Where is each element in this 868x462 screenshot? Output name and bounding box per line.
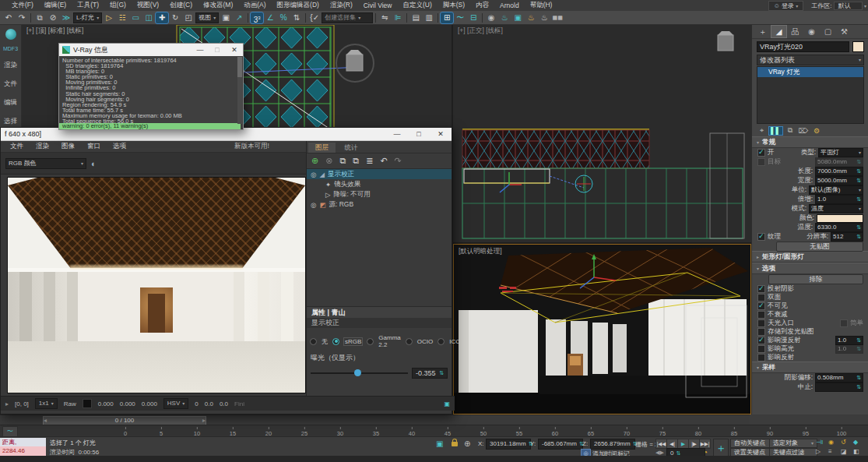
rollout-sampling[interactable]: ▾采样 [752,361,868,373]
time-slider-prev-icon[interactable]: ◂ [44,417,47,425]
shadow-bias-field[interactable]: 0.508mm⇅ [815,373,863,383]
vfb-maximize-icon[interactable]: □ [408,129,430,140]
select-object-icon[interactable]: ▷ [103,12,115,23]
menu-item[interactable]: 内容 [470,1,494,10]
percent-snap-icon[interactable]: % [277,12,290,23]
layer-source-rgb[interactable]: ◎ ◩ 源: RGB [307,199,452,210]
tab-utilities-icon[interactable]: ⚒ [837,26,852,37]
reference-coordinate-dropdown[interactable]: 视图▾ [195,12,219,23]
vfb-menu-window[interactable]: 窗口 [87,142,100,151]
menu-item[interactable]: Arnold [494,2,525,9]
dock-item-file[interactable]: 文件 [0,79,21,89]
z-coord-field[interactable]: 2656.879mm⇅ [590,439,635,450]
vray-info-log[interactable]: Number of intersectable primitives: 1819… [59,56,243,125]
vfb-tab-stats[interactable]: 统计 [338,143,365,153]
menu-item[interactable]: 渲染(R) [325,1,358,10]
mirror-icon[interactable]: ⇋ [378,12,391,23]
vray-info-close-icon[interactable]: ✕ [226,44,243,56]
scrollbar[interactable] [237,57,242,124]
menu-item[interactable]: 创建(C) [164,1,198,10]
menu-item[interactable]: 工具(T) [72,1,104,10]
rendered-image[interactable] [7,177,306,393]
cutoff-field[interactable]: ⇅ [815,383,863,392]
maximize-viewport-icon[interactable]: ◆ [853,439,858,446]
no-map-button[interactable]: 无贴图 [776,242,863,252]
vfb-menu-image[interactable]: 图像 [61,142,75,151]
radio-gamma[interactable] [367,338,374,345]
vfb-zoom-dropdown[interactable]: 1x1▾ [35,398,58,409]
render-iterative-icon[interactable]: ♨ [538,12,550,23]
track-bar[interactable]: 〜 05101520253035404550556065707580859095… [0,425,868,437]
vfb-channel-dropdown[interactable]: RGB 颜色▾ [5,158,86,169]
pin-stack-icon[interactable]: ⌖ [760,126,764,135]
modifier-list-dropdown[interactable]: 修改器列表▾ [757,55,864,65]
transform-gizmo-icon[interactable]: ⊕ [464,439,470,448]
object-name-field[interactable]: VRay灯光020 [757,41,849,52]
selection-filter-dropdown[interactable]: L-灯光▾ [73,12,102,23]
units-dropdown[interactable]: 默认(图像)▾ [809,185,863,195]
texture-checkbox[interactable] [757,233,765,241]
redo-correction-icon[interactable]: ↷ [395,156,402,166]
pan-icon[interactable]: ◉ [828,439,834,446]
affect-specular-checkbox[interactable] [757,345,765,353]
length-field[interactable]: 7000.0mm⇅ [815,167,863,176]
frame-step-icon[interactable]: ◀▶ [655,450,664,456]
save-preset-icon[interactable]: ⧉ [339,156,346,166]
edit-named-selections-icon[interactable]: {✓ [308,12,321,23]
vray-info-maximize-icon[interactable]: □ [209,44,226,56]
menu-item[interactable]: Civil View [358,2,398,9]
light-on-checkbox[interactable] [757,149,765,157]
region-select-icon[interactable]: ▭ [129,12,142,23]
zoom-extents-icon[interactable]: ≡ [828,448,832,455]
rollout-general[interactable]: ▾常规 [752,136,868,148]
tab-modify-icon[interactable]: ◢ [771,26,786,37]
simple-checkbox[interactable] [840,319,848,327]
menu-item[interactable]: 编辑(E) [39,1,72,10]
no-decay-checkbox[interactable] [757,311,765,319]
object-color-swatch[interactable] [852,41,864,52]
configure-modifier-icon[interactable]: ⚙ [814,127,820,135]
double-sided-checkbox[interactable] [757,294,765,302]
layer-denoiser[interactable]: ▷ 降噪: 不可用 [307,189,452,199]
select-and-scale-icon[interactable]: ◰ [182,12,195,23]
time-slider[interactable]: ◂ 0 / 100 ▸ [0,414,750,425]
redo-icon[interactable]: ↷ [16,12,28,23]
spinner-snap-icon[interactable]: ⇅ [290,12,303,23]
target-distance-field[interactable]: 5080.0mm⇅ [815,157,863,167]
select-by-name-icon[interactable]: ☷ [116,12,128,23]
selection-lock-icon[interactable] [452,442,458,446]
temperature-field[interactable]: 6330.0⇅ [815,223,863,232]
multiplier-field[interactable]: 1.0⇅ [815,195,863,204]
invisible-checkbox[interactable] [757,302,765,310]
tab-display-icon[interactable]: ▢ [821,26,835,37]
orbit-icon[interactable]: ↺ [841,439,846,446]
login-dropdown[interactable]: ☺ 登录 ▾ [768,1,804,11]
y-coord-field[interactable]: -685.067mm⇅ [538,439,583,450]
width-field[interactable]: 5000.0mm⇅ [815,176,863,185]
link-icon[interactable]: ⧉ [33,12,46,23]
rollout-rect-light[interactable]: ▸矩形灯/圆形灯 [752,251,868,263]
zoom-region-icon[interactable]: ◪ [841,448,847,455]
exposure-value-field[interactable]: -0.355⇅ [412,368,448,379]
viewport-splitter-horizontal[interactable] [453,242,751,244]
light-color-swatch[interactable] [817,214,863,223]
add-layer-icon[interactable]: ⊕ [311,156,318,166]
curve-editor-icon[interactable]: 〜 [454,12,466,23]
tab-motion-icon[interactable]: ◉ [804,26,819,37]
menu-item[interactable]: 视图(V) [132,1,164,10]
vfb-close-icon[interactable]: ✕ [430,129,452,140]
delete-layer-icon[interactable]: ⊗ [325,156,332,166]
unlink-icon[interactable]: ⊘ [47,12,59,23]
affect-diffuse-checkbox[interactable] [757,337,765,344]
field-of-view-icon[interactable]: ◧ [853,448,859,455]
vray-info-minimize-icon[interactable]: — [192,44,209,56]
layer-explorer-icon[interactable]: ▥ [423,12,435,23]
isolate-selection-icon[interactable]: ⊣I [816,439,823,446]
viewport-ortho-label[interactable]: [+] [正交] [线框] [458,26,503,36]
vfb-tab-layers[interactable]: 图层 [308,143,336,153]
angle-snap-icon[interactable]: ∠ [264,12,276,23]
vfb-dock-icon[interactable]: ▣ [444,400,450,407]
menu-item[interactable]: 修改器(M) [198,1,238,10]
scene-explorer-icon[interactable]: ▤ [409,12,422,23]
select-and-move-icon[interactable]: ✚ [156,12,168,23]
